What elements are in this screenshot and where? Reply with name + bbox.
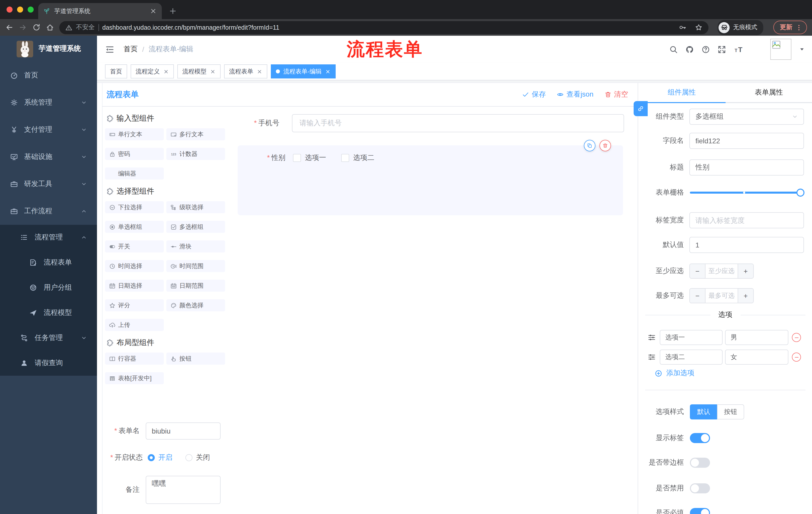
forward-icon[interactable] <box>19 23 27 32</box>
duplicate-component-button[interactable] <box>584 140 596 152</box>
decrease-icon[interactable]: − <box>690 289 705 303</box>
palette-item-上传[interactable]: 上传 <box>105 319 164 331</box>
close-window-button[interactable] <box>6 6 12 12</box>
default-value-input[interactable] <box>689 237 804 253</box>
delete-component-button[interactable] <box>600 140 611 152</box>
font-size-icon[interactable]: TT <box>734 45 744 54</box>
tag-流程表单[interactable]: 流程表单 <box>224 64 267 78</box>
gender-option2-checkbox[interactable] <box>341 154 349 162</box>
tab-component-props[interactable]: 组件属性 <box>638 83 725 102</box>
increase-icon[interactable]: + <box>737 264 753 278</box>
palette-item-开关[interactable]: 开关 <box>105 240 164 252</box>
new-tab-icon[interactable] <box>169 7 177 15</box>
toggle-是否带边框[interactable] <box>690 458 710 468</box>
palette-item-行容器[interactable]: 行容器 <box>105 353 164 364</box>
tab-form-props[interactable]: 表单属性 <box>725 83 812 102</box>
minimize-window-button[interactable] <box>17 6 23 12</box>
remove-option-button[interactable] <box>792 353 801 361</box>
sidebar-item-请假查询[interactable]: 请假查询 <box>0 351 97 376</box>
palette-item-日期范围[interactable]: 日期范围 <box>166 280 225 292</box>
increase-icon[interactable]: + <box>737 289 753 303</box>
browser-menu-dots-icon[interactable] <box>795 24 803 31</box>
sidebar-item-用户分组[interactable]: 用户分组 <box>0 275 97 300</box>
clear-button[interactable]: 清空 <box>605 90 628 99</box>
tag-流程定义[interactable]: 流程定义 <box>130 64 174 78</box>
sidebar-item-任务管理[interactable]: 任务管理 <box>0 325 97 351</box>
reload-icon[interactable] <box>32 23 41 32</box>
option-value-input[interactable] <box>725 330 788 345</box>
drag-handle-icon[interactable] <box>648 333 656 342</box>
option-value-input[interactable] <box>725 350 788 364</box>
palette-item-单选框组[interactable]: 单选框组 <box>105 221 164 233</box>
option-label-input[interactable] <box>660 350 723 364</box>
palette-item-评分[interactable]: 评分 <box>105 299 164 311</box>
palette-item-时间选择[interactable]: 时间选择 <box>105 260 164 272</box>
min-select-stepper[interactable]: − 至少应选 + <box>689 264 754 279</box>
tag-close-icon[interactable] <box>210 69 215 74</box>
palette-item-多行文本[interactable]: 多行文本 <box>166 128 225 140</box>
browser-update-button[interactable]: 更新 <box>773 21 807 34</box>
fullscreen-icon[interactable] <box>718 45 726 54</box>
hamburger-icon[interactable] <box>105 45 115 54</box>
remark-textarea[interactable]: 嘿嘿 <box>146 476 221 504</box>
remove-option-button[interactable] <box>792 333 801 342</box>
gender-option1-checkbox[interactable] <box>293 154 301 162</box>
status-radio-off[interactable]: 关闭 <box>185 453 210 462</box>
style-button-button[interactable]: 按钮 <box>717 404 744 420</box>
palette-item-编辑器[interactable]: 编辑器 <box>105 167 164 180</box>
tag-首页[interactable]: 首页 <box>105 64 127 78</box>
sidebar-item-基础设施[interactable]: 基础设施 <box>0 143 97 170</box>
toggle-是否禁用[interactable] <box>690 483 710 493</box>
field-name-input[interactable] <box>689 133 804 149</box>
avatar-caret-down-icon[interactable] <box>799 46 805 52</box>
palette-item-单行文本[interactable]: 单行文本 <box>105 128 164 140</box>
tag-流程模型[interactable]: 流程模型 <box>177 64 221 78</box>
option-style-segmented[interactable]: 默认 按钮 <box>690 404 744 420</box>
option-label-input[interactable] <box>660 330 723 345</box>
breadcrumb-home[interactable]: 首页 <box>124 45 138 54</box>
component-type-select[interactable]: 多选框组 <box>689 109 804 125</box>
palette-item-表格[开发中][interactable]: 表格[开发中] <box>105 372 164 384</box>
tab-close-icon[interactable] <box>150 7 157 15</box>
palette-item-滑块[interactable]: 滑块 <box>166 240 225 252</box>
palette-item-级联选择[interactable]: 级联选择 <box>166 201 225 213</box>
help-icon[interactable] <box>701 45 710 54</box>
github-icon[interactable] <box>685 45 694 54</box>
style-default-button[interactable]: 默认 <box>690 404 717 420</box>
label-width-input[interactable] <box>689 212 804 228</box>
form-name-input[interactable] <box>146 423 221 439</box>
home-icon[interactable] <box>46 23 54 32</box>
avatar[interactable] <box>770 39 791 60</box>
status-radio-on[interactable]: 开启 <box>148 453 172 462</box>
slider-handle[interactable] <box>796 189 805 197</box>
palette-item-计数器[interactable]: 123计数器 <box>166 148 225 160</box>
palette-item-密码[interactable]: 密码 <box>105 148 164 160</box>
save-button[interactable]: 保存 <box>522 90 546 99</box>
tag-close-icon[interactable] <box>257 69 262 74</box>
sidebar-item-工作流程[interactable]: 工作流程 <box>0 198 97 225</box>
maximize-window-button[interactable] <box>28 6 34 12</box>
title-input[interactable] <box>689 159 804 175</box>
tag-流程表单-编辑[interactable]: 流程表单-编辑 <box>271 64 336 78</box>
sidebar-item-首页[interactable]: 首页 <box>0 62 97 89</box>
address-bar[interactable]: 不安全 dashboard.yudao.iocoder.cn/bpm/manag… <box>59 21 708 34</box>
drag-handle-icon[interactable] <box>648 353 656 361</box>
search-icon[interactable] <box>669 45 678 54</box>
sidebar-item-支付管理[interactable]: 支付管理 <box>0 116 97 143</box>
palette-item-日期选择[interactable]: 日期选择 <box>105 280 164 292</box>
password-key-icon[interactable] <box>679 24 686 31</box>
back-icon[interactable] <box>5 23 13 32</box>
phone-input[interactable]: 请输入手机号 <box>292 114 624 132</box>
sidebar-item-流程模型[interactable]: 流程模型 <box>0 300 97 325</box>
toggle-是否必填[interactable] <box>690 508 710 514</box>
palette-item-按钮[interactable]: 按钮 <box>166 353 225 364</box>
palette-item-时间范围[interactable]: 时间范围 <box>166 260 225 272</box>
sidebar-item-流程管理[interactable]: 流程管理 <box>0 225 97 250</box>
link-tab[interactable] <box>634 101 648 116</box>
max-select-stepper[interactable]: − 最多可选 + <box>689 288 754 303</box>
add-option-button[interactable]: 添加选项 <box>655 369 694 378</box>
selected-gender-component[interactable]: *性别 选项一 选项二 <box>238 145 623 215</box>
palette-item-多选框组[interactable]: 多选框组 <box>166 221 225 233</box>
palette-item-下拉选择[interactable]: 下拉选择 <box>105 201 164 213</box>
browser-tab[interactable]: 芋道管理系统 <box>38 3 162 19</box>
